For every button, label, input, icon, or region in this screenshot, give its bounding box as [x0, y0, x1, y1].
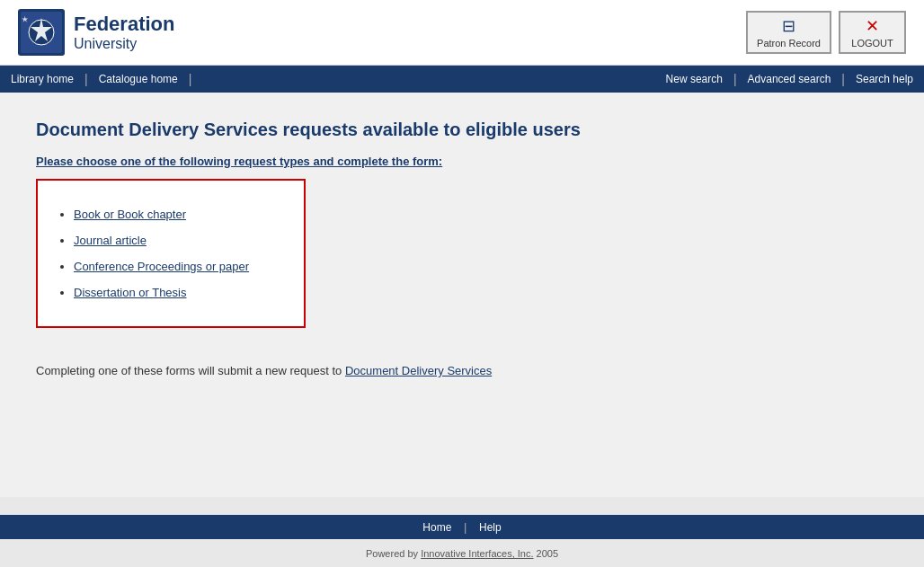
innovative-interfaces-link[interactable]: Innovative Interfaces, Inc. [421, 548, 533, 559]
powered-by-text: Powered by [366, 548, 421, 559]
instruction-text: Please choose one of the following reque… [36, 155, 888, 168]
nav-search-help[interactable]: Search help [845, 66, 924, 93]
logout-button[interactable]: ✕ LOGOUT [839, 11, 906, 54]
list-item: Book or Book chapter [74, 208, 286, 221]
navbar-right: New search | Advanced search | Search he… [655, 66, 924, 93]
nav-advanced-search[interactable]: Advanced search [737, 66, 842, 93]
logo-university: University [74, 36, 174, 52]
page-title: Document Delivery Services requests avai… [36, 120, 888, 140]
request-type-box: Book or Book chapter Journal article Con… [36, 179, 306, 328]
header-buttons: ⊟ Patron Record ✕ LOGOUT [746, 11, 906, 54]
nav-new-search[interactable]: New search [655, 66, 733, 93]
footer-note: Completing one of these forms will submi… [36, 364, 888, 377]
dissertation-thesis-link[interactable]: Dissertation or Thesis [74, 286, 186, 299]
logo-federation: Federation [74, 13, 174, 36]
logout-icon: ✕ [866, 16, 879, 36]
main-content: Document Delivery Services requests avai… [0, 93, 924, 497]
patron-record-label: Patron Record [757, 38, 821, 49]
logo-text: Federation University [74, 13, 174, 52]
nav-library-home[interactable]: Library home [0, 66, 84, 93]
bottom-nav-help[interactable]: Help [470, 521, 511, 534]
journal-article-link[interactable]: Journal article [74, 234, 147, 247]
logout-label: LOGOUT [851, 38, 893, 49]
powered-by: Powered by Innovative Interfaces, Inc. 2… [0, 539, 924, 567]
document-delivery-services-link[interactable]: Document Delivery Services [345, 364, 492, 377]
request-list: Book or Book chapter Journal article Con… [56, 208, 286, 299]
nav-catalogue-home[interactable]: Catalogue home [88, 66, 189, 93]
book-chapter-link[interactable]: Book or Book chapter [74, 208, 186, 221]
bottom-nav: Home | Help [0, 515, 924, 539]
federation-university-logo [18, 9, 65, 56]
list-item: Dissertation or Thesis [74, 286, 286, 299]
list-item: Conference Proceedings or paper [74, 260, 286, 273]
navbar: Library home | Catalogue home | New sear… [0, 66, 924, 93]
patron-record-button[interactable]: ⊟ Patron Record [746, 11, 831, 54]
logo-area: Federation University [18, 9, 174, 56]
list-item: Journal article [74, 234, 286, 247]
powered-by-year: 2005 [533, 548, 558, 559]
navbar-left: Library home | Catalogue home | [0, 66, 655, 93]
header: Federation University ⊟ Patron Record ✕ … [0, 0, 924, 66]
footer-note-text: Completing one of these forms will submi… [36, 364, 345, 377]
patron-record-icon: ⊟ [782, 16, 795, 36]
conference-proceedings-link[interactable]: Conference Proceedings or paper [74, 260, 249, 273]
bottom-nav-home[interactable]: Home [413, 521, 460, 534]
